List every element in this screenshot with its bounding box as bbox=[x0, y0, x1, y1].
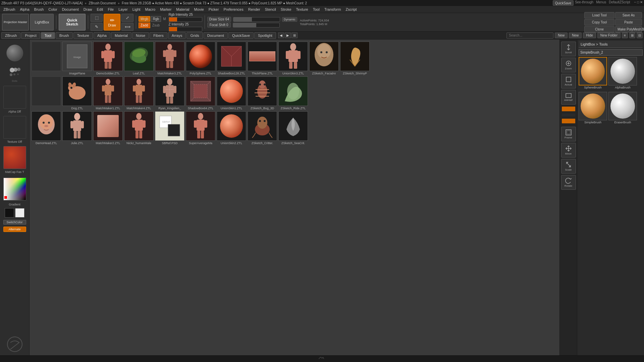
menu-render[interactable]: Render bbox=[246, 7, 262, 12]
paste-btn[interactable]: Paste bbox=[615, 19, 642, 25]
switch-color-btn[interactable]: SwitchColor bbox=[3, 220, 26, 225]
tab-arrays[interactable]: Arrays bbox=[168, 32, 186, 39]
list-item[interactable]: Julie.ZTL bbox=[62, 111, 92, 145]
alpha-thumb[interactable] bbox=[3, 86, 26, 109]
edit-btn[interactable]: ✎ bbox=[91, 23, 103, 31]
menu-transform[interactable]: Transform bbox=[322, 7, 343, 12]
matcap-thumb[interactable] bbox=[3, 146, 26, 169]
list-item[interactable]: ZSketch_SeaCrit. bbox=[278, 111, 308, 145]
list-item[interactable]: DemoSoldier.ZTL bbox=[93, 42, 123, 75]
list-item[interactable]: MatchMaker2.ZTL bbox=[93, 111, 123, 145]
lightbox-btn[interactable]: LightBox bbox=[30, 14, 54, 31]
dynamic-btn[interactable]: Dynamic bbox=[282, 17, 297, 22]
list-item[interactable]: MatchMaker1.ZTL bbox=[93, 76, 123, 110]
hide-btn[interactable]: Hide bbox=[583, 33, 596, 38]
list-item[interactable]: ShadowBox64.ZTL bbox=[186, 76, 215, 110]
copy-tool-btn[interactable]: Copy Tool bbox=[584, 19, 614, 25]
tab-noise[interactable]: Noise bbox=[132, 32, 149, 39]
texture-thumb[interactable] bbox=[3, 116, 26, 139]
list-item[interactable]: ZSketch_Critter. bbox=[248, 111, 277, 145]
light-swatch[interactable] bbox=[15, 208, 24, 218]
list-item[interactable]: ZSketch_ShrimyP bbox=[340, 42, 370, 75]
tab-spotlight[interactable]: Spotlight bbox=[254, 32, 276, 39]
tab-tool[interactable]: Tool bbox=[41, 32, 55, 39]
menu-file[interactable]: File bbox=[106, 7, 116, 12]
zadd-btn[interactable]: Zadd bbox=[139, 22, 150, 28]
menu-stencil[interactable]: Stencil bbox=[263, 7, 278, 12]
list-item[interactable]: SuperAverageMa bbox=[186, 111, 215, 145]
tab-material[interactable]: Material bbox=[111, 32, 131, 39]
simple-brush-item[interactable]: SimpleBrush bbox=[579, 92, 607, 124]
z-intensity-slider[interactable] bbox=[169, 27, 202, 32]
draw-size-slider[interactable] bbox=[233, 17, 280, 22]
projection-master-btn[interactable]: Projection Master bbox=[2, 14, 29, 31]
move-btn2[interactable]: ⤢ bbox=[121, 14, 133, 22]
tab-zbrush[interactable]: ZBrush bbox=[1, 32, 20, 39]
menu-zbrush[interactable]: ZBrush bbox=[1, 7, 17, 12]
color-picker-area[interactable] bbox=[3, 178, 26, 200]
move-btn[interactable]: Move bbox=[561, 143, 576, 158]
nav-right-btn[interactable]: ▶ bbox=[285, 33, 291, 38]
rotate-btn[interactable]: Rotate bbox=[561, 175, 576, 190]
zoom-btn[interactable]: Zoom bbox=[561, 58, 576, 72]
list-item[interactable]: ThickPlane.ZTL bbox=[248, 42, 277, 75]
eraser-brush-item[interactable]: EraserBrush bbox=[608, 92, 637, 124]
menu-light[interactable]: Light bbox=[130, 7, 143, 12]
list-item[interactable]: ZSketch_FacialAr bbox=[309, 42, 339, 75]
focal-shift-slider[interactable] bbox=[233, 23, 280, 27]
quick-sketch-btn[interactable]: Quick Sketch bbox=[59, 14, 86, 31]
list-item[interactable]: MatchMaker3.ZTL bbox=[155, 42, 184, 75]
dark-swatch[interactable] bbox=[5, 208, 14, 218]
select-rect-btn[interactable]: ⬚ bbox=[91, 14, 103, 22]
clone-btn[interactable]: Clone bbox=[584, 26, 614, 33]
list-item[interactable]: Dog.ZTL bbox=[62, 76, 92, 110]
menu-texture[interactable]: Texture bbox=[294, 7, 310, 12]
scale-btn[interactable]: Scale bbox=[561, 159, 576, 174]
list-item[interactable]: ZSketch_Ride.ZTL bbox=[278, 76, 308, 110]
menu-stroke[interactable]: Stroke bbox=[279, 7, 293, 12]
tab-brush[interactable]: Brush bbox=[56, 32, 73, 39]
frame-btn[interactable]: Frame bbox=[561, 127, 576, 141]
new-btn[interactable]: New bbox=[569, 33, 582, 38]
scroll-btn[interactable]: Scroll bbox=[561, 42, 576, 56]
load-tool-btn[interactable]: Load Tool bbox=[584, 12, 614, 18]
menu-color[interactable]: Color bbox=[46, 7, 59, 12]
scale-btn2[interactable]: ⟺ bbox=[121, 23, 133, 31]
tab-document[interactable]: Document bbox=[204, 32, 228, 39]
search-input[interactable] bbox=[506, 33, 553, 39]
tab-grids[interactable]: Grids bbox=[186, 32, 203, 39]
mrgb-btn[interactable]: Mrgb bbox=[139, 16, 150, 22]
list-item[interactable]: UnionSkin1.ZTL bbox=[217, 76, 246, 110]
list-item[interactable]: PolySphere.ZTL bbox=[186, 42, 215, 75]
tab-quicksave[interactable]: QuickSave bbox=[228, 32, 254, 39]
alpha-brush-item[interactable]: AlphaBrush bbox=[608, 57, 637, 89]
tab-fibers[interactable]: Fibers bbox=[150, 32, 167, 39]
tab-texture[interactable]: Texture bbox=[73, 32, 93, 39]
sphere-brush-item[interactable]: SphereBrush bbox=[579, 57, 607, 89]
menu-preferences[interactable]: Preferences bbox=[221, 7, 245, 12]
compact-view-btn[interactable]: ⊟ bbox=[637, 33, 643, 38]
menu-picker[interactable]: Picker bbox=[207, 7, 221, 12]
nav-grid-btn[interactable]: ⊞ bbox=[291, 33, 298, 38]
make-polymesh-btn[interactable]: Make PolyMesh3D bbox=[615, 26, 642, 33]
new-folder-btn[interactable]: New Folder bbox=[597, 33, 621, 38]
menu-edit[interactable]: Edit bbox=[95, 7, 105, 12]
list-item[interactable]: UnionSkin2.ZTL bbox=[217, 111, 246, 145]
menu-brush[interactable]: Brush bbox=[32, 7, 46, 12]
grid-view-btn[interactable]: ⊞ bbox=[629, 33, 635, 38]
menu-movie[interactable]: Movie bbox=[192, 7, 206, 12]
list-item[interactable]: SBRef SBRef.PSD bbox=[155, 111, 184, 145]
tab-project[interactable]: Project bbox=[21, 32, 40, 39]
menu-alpha[interactable]: Alpha bbox=[18, 7, 31, 12]
list-item[interactable]: Image ImagePlane bbox=[62, 42, 92, 75]
focal-shift-btn[interactable]: Focal Shift 0 bbox=[207, 22, 231, 27]
menu-macro[interactable]: Macro bbox=[143, 7, 158, 12]
menu-zscript[interactable]: Zscript bbox=[344, 7, 359, 12]
draw-btn[interactable]: ✏ Draw bbox=[104, 14, 120, 31]
aahalf-btn[interactable]: AAHalf bbox=[561, 90, 576, 105]
quicksave-btn[interactable]: QuickSave bbox=[553, 0, 574, 6]
window-controls[interactable]: − □ ✕ bbox=[634, 0, 643, 6]
menu-draw[interactable]: Draw bbox=[82, 7, 94, 12]
tab-alpha[interactable]: Alpha bbox=[94, 32, 110, 39]
menu-marker[interactable]: Marker bbox=[158, 7, 173, 12]
